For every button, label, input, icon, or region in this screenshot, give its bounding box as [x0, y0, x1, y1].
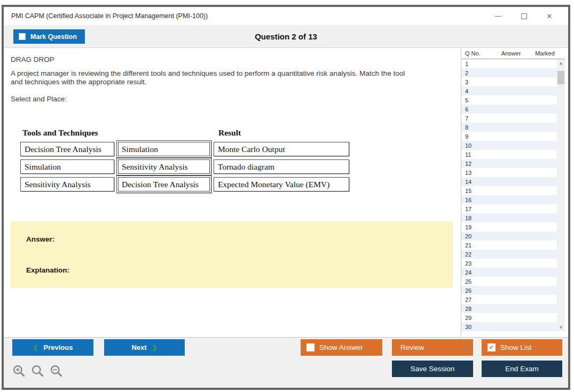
question-list-row[interactable]: 28: [461, 304, 557, 313]
zoom-in-icon[interactable]: [12, 364, 26, 378]
save-session-button[interactable]: Save Session: [392, 361, 473, 377]
question-number: 19: [465, 224, 471, 230]
question-number: 2: [465, 70, 468, 76]
chevron-right-icon: ❯: [152, 344, 158, 351]
zoom-controls: [12, 364, 64, 378]
mark-question-checkbox[interactable]: [19, 33, 26, 40]
question-list-row[interactable]: 9: [461, 132, 557, 141]
mark-question-button[interactable]: Mark Question: [13, 29, 85, 44]
question-list-row[interactable]: 7: [461, 114, 557, 123]
question-number: 13: [465, 170, 471, 176]
zoom-out-icon[interactable]: [50, 364, 64, 378]
answer-label: Answer:: [26, 235, 54, 243]
maximize-icon[interactable]: [519, 11, 529, 21]
question-number: 29: [465, 315, 471, 321]
result-item: Monte Carlo Output: [214, 142, 349, 156]
question-list-row[interactable]: 6: [461, 105, 557, 114]
result-header: Result: [218, 128, 241, 138]
question-list-row[interactable]: 16: [461, 195, 557, 204]
question-list-row[interactable]: 5: [461, 95, 557, 105]
placed-item[interactable]: Simulation: [118, 142, 210, 156]
main-area: DRAG DROP A project manager is reviewing…: [4, 48, 568, 337]
question-list-row[interactable]: 13: [461, 168, 557, 177]
question-list-row[interactable]: 2: [461, 68, 557, 77]
tool-item[interactable]: Sensitivity Analysis: [20, 177, 114, 191]
question-list-row[interactable]: 18: [461, 213, 557, 222]
question-list-row[interactable]: 21: [461, 241, 557, 250]
scroll-down-icon[interactable]: ∨: [557, 323, 565, 331]
question-number: 3: [465, 79, 468, 85]
question-list-row[interactable]: 12: [461, 159, 557, 168]
show-list-label: Show List: [500, 343, 532, 351]
question-list-row[interactable]: 15: [461, 186, 557, 195]
tool-item[interactable]: Decision Tree Analysis: [20, 142, 114, 156]
question-list-row[interactable]: 26: [461, 286, 557, 295]
question-list-row[interactable]: 14: [461, 177, 557, 186]
question-list-row[interactable]: 30: [461, 322, 557, 331]
prompt-line-2: and techniques with the appropriate resu…: [11, 78, 405, 86]
question-list-row[interactable]: 4: [461, 86, 557, 95]
placed-item[interactable]: Sensitivity Analysis: [118, 159, 210, 174]
show-answer-button[interactable]: Show Answer: [301, 339, 382, 356]
drop-zone[interactable]: Decision Tree Analysis: [116, 175, 211, 193]
review-label: Review: [400, 343, 424, 351]
show-answer-label: Show Answer: [319, 343, 363, 351]
title-bar: PMI CAPM (Certified Associate in Project…: [4, 7, 568, 25]
end-exam-button[interactable]: End Exam: [482, 361, 562, 377]
question-number: 18: [465, 215, 471, 221]
question-number: 4: [465, 88, 468, 94]
question-list: 1234567891011121314151617181920212223242…: [461, 59, 557, 331]
question-list-header: Q No. Answer Marked: [461, 48, 565, 59]
question-list-row[interactable]: 19: [461, 222, 557, 231]
select-and-place-label: Select and Place:: [11, 95, 67, 103]
show-list-button[interactable]: ✔ Show List: [482, 339, 562, 356]
question-list-row[interactable]: 8: [461, 123, 557, 132]
marked-column-header: Marked: [530, 50, 565, 57]
explanation-label: Explanation:: [26, 266, 69, 274]
previous-button[interactable]: ❮ Previous: [12, 339, 93, 356]
next-label: Next: [131, 343, 146, 351]
question-list-row[interactable]: 23: [461, 259, 557, 268]
placed-item[interactable]: Decision Tree Analysis: [118, 177, 210, 191]
question-number: 9: [465, 133, 468, 140]
drop-zone[interactable]: Sensitivity Analysis: [116, 158, 211, 175]
question-number: 26: [465, 287, 471, 294]
question-list-row[interactable]: 10: [461, 141, 557, 150]
minimize-icon[interactable]: [493, 11, 503, 21]
question-list-row[interactable]: 11: [461, 150, 557, 159]
drag-table: Decision Tree Analysis Simulation Monte …: [20, 142, 349, 191]
question-number: 27: [465, 297, 471, 303]
zoom-reset-icon[interactable]: [31, 364, 45, 378]
chevron-left-icon: ❮: [33, 344, 38, 351]
question-list-row[interactable]: 1: [461, 59, 557, 68]
drop-zone[interactable]: Simulation: [116, 140, 211, 158]
next-button[interactable]: Next ❯: [104, 339, 185, 356]
result-item: Tornado diagram: [214, 159, 349, 174]
question-number: 16: [465, 197, 471, 203]
show-list-checkbox[interactable]: ✔: [487, 343, 496, 351]
question-number: 11: [465, 151, 471, 158]
scroll-up-icon[interactable]: ∧: [557, 59, 565, 68]
review-button[interactable]: Review ▲: [392, 339, 473, 356]
question-list-row[interactable]: 3: [461, 77, 557, 86]
question-list-row[interactable]: 17: [461, 204, 557, 213]
question-number: 28: [465, 306, 471, 312]
show-answer-checkbox[interactable]: [306, 343, 314, 351]
close-icon[interactable]: ✕: [545, 11, 554, 21]
tool-item[interactable]: Simulation: [20, 159, 114, 174]
question-number: 23: [465, 260, 471, 267]
mark-question-label: Mark Question: [30, 33, 77, 41]
question-list-row[interactable]: 24: [461, 268, 557, 277]
question-list-row[interactable]: 29: [461, 313, 557, 322]
question-list-scrollbar[interactable]: ∧ ∨: [557, 59, 565, 331]
question-number: 22: [465, 251, 471, 258]
question-number: 25: [465, 278, 471, 285]
answer-column-header: Answer: [492, 50, 530, 57]
header-bar: Mark Question Question 2 of 13: [4, 25, 568, 48]
scrollbar-thumb[interactable]: [557, 71, 564, 84]
question-list-row[interactable]: 27: [461, 295, 557, 304]
question-list-row[interactable]: 25: [461, 277, 557, 286]
question-list-row[interactable]: 22: [461, 250, 557, 259]
question-number: 24: [465, 269, 471, 276]
question-list-row[interactable]: 20: [461, 231, 557, 241]
